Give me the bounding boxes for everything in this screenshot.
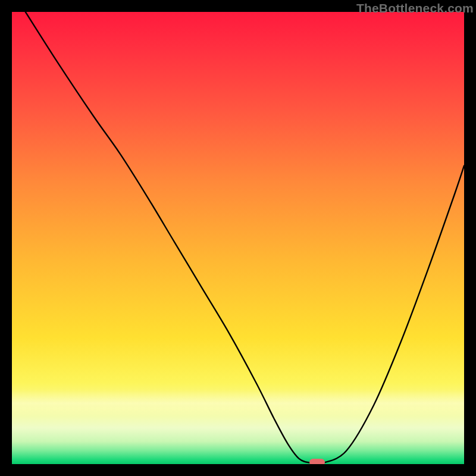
- chart-frame: TheBottleneck.com: [0, 0, 476, 476]
- curve-path: [26, 12, 464, 464]
- optimal-marker: [309, 459, 325, 464]
- plot-area: [12, 12, 464, 464]
- watermark-text: TheBottleneck.com: [356, 1, 474, 15]
- bottleneck-curve: [12, 12, 464, 464]
